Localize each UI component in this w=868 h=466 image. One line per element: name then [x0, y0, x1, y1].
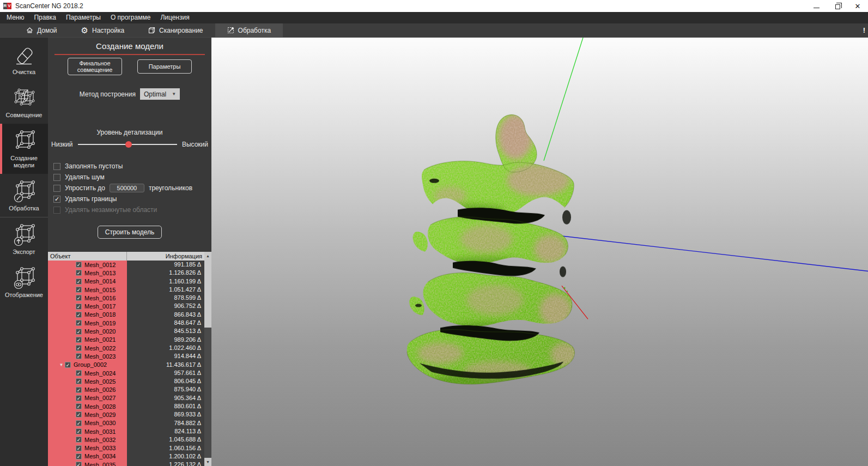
- tab-0[interactable]: Домой: [14, 23, 69, 37]
- triangles-count-input[interactable]: [110, 184, 144, 192]
- checkbox-3[interactable]: ✓: [53, 196, 60, 203]
- row-checkbox[interactable]: ✓: [76, 320, 82, 326]
- parameters-button[interactable]: Параметры: [137, 59, 192, 74]
- row-checkbox[interactable]: ✓: [76, 403, 82, 409]
- row-checkbox[interactable]: ✓: [76, 428, 82, 434]
- table-row[interactable]: ✓Mesh_0012991.185 Δ: [48, 261, 204, 269]
- option-row-3: ✓Удалять границы: [53, 193, 211, 204]
- row-checkbox[interactable]: ✓: [76, 262, 82, 268]
- row-checkbox[interactable]: ✓: [76, 462, 82, 466]
- scrollbar-thumb[interactable]: [204, 260, 211, 328]
- row-checkbox[interactable]: ✓: [76, 411, 82, 417]
- sidebar-item-sovmeshchenie[interactable]: Совмещение: [0, 81, 48, 124]
- row-checkbox[interactable]: ✓: [65, 362, 71, 368]
- restore-button[interactable]: [827, 0, 847, 12]
- object-info: 906.752 Δ: [127, 302, 204, 310]
- menu-item-3[interactable]: О программе: [106, 12, 155, 23]
- expand-triangle-icon[interactable]: ▼: [58, 362, 65, 367]
- scrollbar-track[interactable]: [204, 328, 211, 458]
- menu-item-1[interactable]: Правка: [29, 12, 61, 23]
- row-checkbox[interactable]: ✓: [76, 387, 82, 393]
- table-row[interactable]: ✓Mesh_0020845.513 Δ: [48, 327, 204, 335]
- row-checkbox[interactable]: ✓: [76, 337, 82, 343]
- sidebar-item-obrabotka[interactable]: Обработка: [0, 174, 48, 217]
- final-alignment-button[interactable]: Финальное совмещение: [68, 58, 122, 75]
- table-row[interactable]: ✓Mesh_00331.060.156 Δ: [48, 444, 204, 452]
- method-value: Optimal: [144, 90, 166, 98]
- table-row[interactable]: ✓Mesh_00141.160.199 Δ: [48, 277, 204, 286]
- option-label: Удалять границы: [65, 195, 117, 203]
- row-checkbox[interactable]: ✓: [76, 295, 82, 301]
- row-checkbox[interactable]: ✓: [76, 420, 82, 426]
- sidebar-item-otobrazhenie[interactable]: Отображение: [0, 261, 48, 304]
- table-row[interactable]: ✓Mesh_0030784.882 Δ: [48, 419, 204, 427]
- notification-exclamation-icon[interactable]: !: [863, 26, 865, 34]
- object-name-cell: ✓Mesh_0018: [48, 311, 127, 319]
- checkbox-2[interactable]: [53, 185, 60, 192]
- column-header-object[interactable]: Объект: [48, 252, 127, 261]
- viewport-3d[interactable]: [211, 37, 868, 466]
- minimize-button[interactable]: [806, 0, 827, 12]
- table-row[interactable]: ✓Mesh_0016878.599 Δ: [48, 294, 204, 302]
- table-row-group[interactable]: ▼✓Group_000211.436.617 Δ: [48, 361, 204, 369]
- table-row[interactable]: ✓Mesh_0031824.113 Δ: [48, 427, 204, 435]
- tab-1[interactable]: ⚙Настройка: [69, 23, 137, 37]
- menu-item-2[interactable]: Параметры: [61, 12, 106, 23]
- table-row[interactable]: ✓Mesh_0019848.647 Δ: [48, 319, 204, 327]
- row-checkbox[interactable]: ✓: [76, 279, 82, 285]
- row-checkbox[interactable]: ✓: [76, 445, 82, 451]
- tab-3[interactable]: Обработка: [215, 23, 283, 37]
- table-scrollbar[interactable]: ▲ ▼: [204, 252, 211, 466]
- row-checkbox[interactable]: ✓: [76, 304, 82, 310]
- sidebar-item-ochistka[interactable]: Очистка: [0, 38, 48, 81]
- row-checkbox[interactable]: ✓: [76, 370, 82, 376]
- menu-item-4[interactable]: Лицензия: [155, 12, 194, 23]
- row-checkbox[interactable]: ✓: [76, 270, 82, 276]
- tab-label: Сканирование: [159, 27, 203, 34]
- row-checkbox[interactable]: ✓: [76, 287, 82, 293]
- table-row[interactable]: ✓Mesh_0025806.045 Δ: [48, 377, 204, 385]
- close-button[interactable]: ✕: [847, 0, 868, 12]
- object-name-cell: ✓Mesh_0026: [48, 385, 127, 394]
- row-checkbox[interactable]: ✓: [76, 453, 82, 459]
- table-row[interactable]: ✓Mesh_0029869.933 Δ: [48, 410, 204, 419]
- row-checkbox[interactable]: ✓: [76, 329, 82, 335]
- table-row[interactable]: ✓Mesh_0027905.364 Δ: [48, 394, 204, 402]
- scroll-down-icon[interactable]: ▼: [204, 458, 211, 466]
- row-checkbox[interactable]: ✓: [76, 378, 82, 384]
- table-row[interactable]: ✓Mesh_0021989.206 Δ: [48, 336, 204, 344]
- sidebar-item-sozdanie-modeli[interactable]: Созданиемодели: [0, 124, 48, 174]
- menu-item-0[interactable]: Меню: [2, 12, 29, 23]
- table-row[interactable]: ✓Mesh_00351.226.132 Δ: [48, 461, 204, 466]
- table-row[interactable]: ✓Mesh_0028880.601 Δ: [48, 402, 204, 410]
- row-checkbox[interactable]: ✓: [76, 312, 82, 318]
- table-row[interactable]: ✓Mesh_00221.022.460 Δ: [48, 344, 204, 352]
- table-row[interactable]: ✓Mesh_00131.126.826 Δ: [48, 269, 204, 277]
- table-row[interactable]: ✓Mesh_00321.045.688 Δ: [48, 435, 204, 444]
- scroll-up-icon[interactable]: ▲: [204, 252, 211, 260]
- row-checkbox[interactable]: ✓: [76, 345, 82, 351]
- method-select[interactable]: Optimal ▼: [140, 88, 180, 100]
- tab-2[interactable]: Сканирование: [136, 23, 215, 37]
- row-checkbox[interactable]: ✓: [76, 395, 82, 401]
- table-row[interactable]: ✓Mesh_0023914.844 Δ: [48, 352, 204, 360]
- column-header-info[interactable]: Информация: [127, 252, 204, 261]
- table-row[interactable]: ✓Mesh_0018866.843 Δ: [48, 311, 204, 319]
- table-row[interactable]: ✓Mesh_00341.200.102 Δ: [48, 452, 204, 461]
- close-icon: ✕: [855, 3, 861, 10]
- row-checkbox[interactable]: ✓: [76, 353, 82, 359]
- table-row[interactable]: ✓Mesh_00151.051.427 Δ: [48, 286, 204, 294]
- detail-slider-track[interactable]: [78, 144, 177, 145]
- checkbox-1[interactable]: [53, 174, 60, 181]
- row-checkbox[interactable]: ✓: [76, 437, 82, 443]
- sidebar-item-eksport[interactable]: Экспорт: [0, 217, 48, 261]
- detail-slider-knob[interactable]: [125, 141, 132, 148]
- table-row[interactable]: ✓Mesh_0024957.661 Δ: [48, 369, 204, 377]
- build-model-button[interactable]: Строить модель: [98, 226, 162, 239]
- table-row[interactable]: ✓Mesh_0026875.940 Δ: [48, 385, 204, 394]
- axis-z-blue: [550, 235, 868, 271]
- object-name: Mesh_0032: [84, 437, 116, 443]
- object-name-cell: ✓Mesh_0035: [48, 461, 127, 466]
- checkbox-0[interactable]: [53, 163, 60, 170]
- table-row[interactable]: ✓Mesh_0017906.752 Δ: [48, 302, 204, 310]
